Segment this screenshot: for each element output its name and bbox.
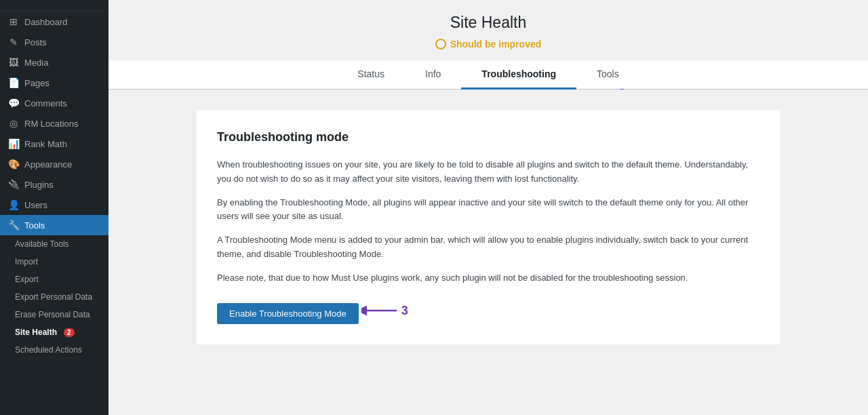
- sidebar-item-label: Tools: [24, 220, 45, 231]
- sidebar-item-media[interactable]: 🖼 Media: [0, 52, 108, 73]
- sidebar-item-label: RM Locations: [24, 119, 78, 129]
- sidebar-item-label: Rank Math: [24, 139, 67, 149]
- tabs-bar: Status Info Troubleshooting Tools 2: [108, 60, 868, 90]
- site-health-label: Site Health: [15, 328, 57, 337]
- sidebar-item-dashboard[interactable]: ⊞ Dashboard: [0, 12, 108, 32]
- scheduled-actions-label: Scheduled Actions: [15, 345, 82, 355]
- annotation-3-label: 3: [401, 304, 408, 318]
- sidebar-item-rm-locations[interactable]: ◎ RM Locations: [0, 113, 108, 134]
- rm-locations-icon: ◎: [8, 118, 19, 129]
- paragraph-2: By enabling the Troubleshooting Mode, al…: [217, 196, 760, 224]
- sidebar-item-import[interactable]: Import: [0, 253, 108, 271]
- sidebar-item-label: Pages: [24, 78, 50, 88]
- site-health-row: Site Health 2 1: [0, 323, 108, 341]
- arrow-3-icon: [361, 304, 399, 317]
- page-header: Site Health Should be improved: [108, 0, 868, 60]
- sidebar-item-posts[interactable]: ✎ Posts: [0, 32, 108, 52]
- tab-troubleshooting[interactable]: Troubleshooting: [461, 60, 576, 90]
- plugins-icon: 🔌: [8, 179, 19, 190]
- erase-personal-data-label: Erase Personal Data: [15, 310, 90, 319]
- sidebar-item-pages[interactable]: 📄 Pages: [0, 73, 108, 93]
- comments-icon: 💬: [8, 98, 19, 108]
- paragraph-1: When troubleshooting issues on your site…: [217, 158, 760, 186]
- available-tools-label: Available Tools: [15, 239, 69, 249]
- tools-submenu: Available Tools Import Export Export Per…: [0, 235, 108, 359]
- sidebar-item-available-tools[interactable]: Available Tools: [0, 235, 108, 253]
- sidebar-item-site-health[interactable]: Site Health 2: [0, 323, 108, 341]
- sidebar-item-label: Users: [24, 200, 47, 210]
- sidebar-item-appearance[interactable]: 🎨 Appearance: [0, 154, 108, 174]
- tab-status[interactable]: Status: [337, 60, 405, 90]
- status-circle-icon: [435, 39, 446, 50]
- sidebar-item-export[interactable]: Export: [0, 271, 108, 288]
- media-icon: 🖼: [8, 57, 19, 68]
- sidebar-item-tools[interactable]: 🔧 Tools: [0, 215, 108, 235]
- sidebar-item-label: Plugins: [24, 180, 54, 190]
- main-content: Site Health Should be improved Status In…: [108, 0, 868, 415]
- sidebar-item-scheduled-actions[interactable]: Scheduled Actions: [0, 341, 108, 359]
- page-title: Site Health: [136, 14, 841, 32]
- tab-tools[interactable]: Tools: [576, 60, 639, 90]
- posts-icon: ✎: [8, 37, 19, 47]
- section-title: Troubleshooting mode: [217, 130, 760, 144]
- sidebar-item-label: Appearance: [24, 159, 72, 170]
- sidebar-item-label: Comments: [24, 98, 67, 108]
- tab-info[interactable]: Info: [405, 60, 461, 90]
- users-icon: 👤: [8, 199, 19, 210]
- dashboard-icon: ⊞: [8, 16, 19, 27]
- enable-troubleshooting-button[interactable]: Enable Troubleshooting Mode: [217, 303, 359, 324]
- rank-math-icon: 📊: [8, 138, 19, 149]
- sidebar-header: [0, 0, 108, 12]
- sidebar-item-label: Posts: [24, 37, 47, 47]
- site-health-badge: 2: [64, 328, 75, 337]
- export-personal-data-label: Export Personal Data: [15, 292, 92, 302]
- sidebar-item-rank-math[interactable]: 📊 Rank Math: [0, 134, 108, 154]
- sidebar-item-users[interactable]: 👤 Users: [0, 195, 108, 215]
- tools-icon: 🔧: [8, 220, 19, 231]
- sidebar-item-comments[interactable]: 💬 Comments: [0, 93, 108, 113]
- button-row: Enable Troubleshooting Mode 3: [217, 298, 760, 324]
- sidebar-item-export-personal-data[interactable]: Export Personal Data: [0, 288, 108, 306]
- paragraph-4: Please note, that due to how Must Use pl…: [217, 271, 760, 285]
- export-label: Export: [15, 275, 39, 284]
- sidebar-item-label: Dashboard: [24, 17, 68, 27]
- pages-icon: 📄: [8, 77, 19, 88]
- sidebar-item-erase-personal-data[interactable]: Erase Personal Data: [0, 306, 108, 323]
- content-area: Troubleshooting mode When troubleshootin…: [108, 90, 868, 365]
- status-badge: Should be improved: [435, 39, 542, 50]
- appearance-icon: 🎨: [8, 159, 19, 170]
- sidebar-item-label: Media: [24, 58, 48, 68]
- status-label: Should be improved: [450, 39, 542, 50]
- paragraph-3: A Troubleshooting Mode menu is added to …: [217, 233, 760, 262]
- annotation-3: 3: [361, 304, 408, 318]
- sidebar: ⊞ Dashboard ✎ Posts 🖼 Media 📄 Pages 💬 Co…: [0, 0, 108, 415]
- troubleshooting-box: Troubleshooting mode When troubleshootin…: [197, 110, 780, 344]
- sidebar-item-plugins[interactable]: 🔌 Plugins: [0, 174, 108, 195]
- import-label: Import: [15, 257, 38, 266]
